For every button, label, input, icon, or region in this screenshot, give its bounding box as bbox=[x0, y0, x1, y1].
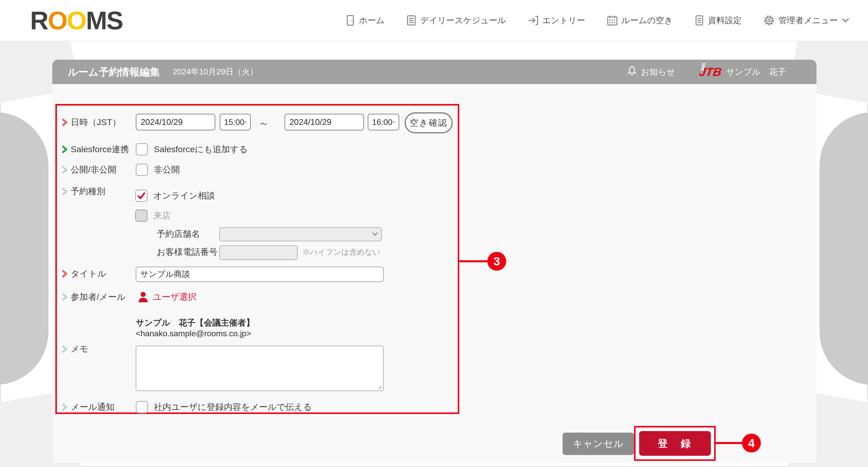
rooms-logo[interactable]: ROOMS bbox=[30, 8, 123, 33]
availability-check-button[interactable]: 空き確認 bbox=[405, 112, 453, 133]
owner-email: <hanako.sample@rooms.co.jp> bbox=[136, 329, 251, 338]
salesforce-label: Salesforce連携 bbox=[62, 144, 129, 155]
header-right: お知らせ JTB サンプル 花子 bbox=[627, 66, 786, 78]
annotation-badge-step4: 4 bbox=[742, 434, 761, 453]
visibility-label: 公開/非公開 bbox=[62, 164, 116, 175]
logo-letter: O bbox=[67, 6, 86, 35]
submit-button[interactable]: 登 録 bbox=[639, 431, 711, 456]
user-select-button[interactable]: ユーザ選択 bbox=[137, 291, 197, 303]
phone-note: ※ハイフンは含めない bbox=[302, 246, 380, 258]
logo-letter: O bbox=[48, 6, 67, 35]
required-arrow-icon bbox=[62, 270, 68, 277]
datetime-separator: ～ bbox=[258, 116, 269, 131]
document-icon bbox=[694, 15, 705, 26]
door-icon bbox=[345, 15, 355, 26]
decor-blob-right bbox=[819, 112, 868, 385]
salesforce-arrow-icon bbox=[62, 145, 68, 153]
person-icon bbox=[137, 291, 149, 303]
bell-icon bbox=[627, 66, 637, 78]
reservation-type-label: 予約種別 bbox=[62, 186, 105, 197]
sign-in-icon bbox=[527, 15, 538, 26]
optional-arrow-icon bbox=[62, 345, 68, 353]
chevron-down-icon bbox=[841, 17, 849, 24]
chevron-down-icon bbox=[372, 232, 378, 237]
optional-arrow-icon bbox=[62, 403, 68, 411]
memo-textarea[interactable] bbox=[136, 346, 384, 391]
nav-item-label: 管理者メニュー bbox=[778, 15, 838, 26]
chevron-down-icon bbox=[393, 120, 396, 124]
page-date: 2024年10月29日（火） bbox=[173, 66, 258, 77]
annotation-line-step4 bbox=[716, 442, 744, 444]
start-date-input[interactable] bbox=[136, 114, 215, 131]
user-account[interactable]: JTB サンプル 花子 bbox=[699, 66, 786, 78]
cancel-button[interactable]: キャンセル bbox=[563, 433, 634, 455]
annotation-badge-step3: 3 bbox=[487, 252, 506, 271]
title-label: タイトル bbox=[62, 268, 106, 279]
decor-blob-left bbox=[0, 112, 49, 385]
check-icon bbox=[136, 191, 147, 201]
nav-item-entry[interactable]: エントリー bbox=[527, 15, 585, 26]
memo-label: メモ bbox=[62, 343, 89, 355]
end-date-input[interactable] bbox=[284, 114, 364, 131]
mail-notice-checkbox[interactable] bbox=[136, 401, 148, 413]
nav-item-label: ルームの空き bbox=[622, 15, 673, 26]
salesforce-checkbox[interactable] bbox=[136, 143, 148, 156]
nav-item-daily-schedule[interactable]: デイリースケジュール bbox=[406, 15, 506, 26]
online-consult-label: オンライン相談 bbox=[153, 190, 215, 202]
mail-notice-label: メール通知 bbox=[62, 401, 115, 413]
page-header: ルーム予約情報編集 2024年10月29日（火） お知らせ JTB サンプル 花… bbox=[52, 60, 816, 84]
page-title: ルーム予約情報編集 bbox=[68, 65, 160, 79]
nav-item-admin-menu[interactable]: 管理者メニュー bbox=[763, 14, 849, 26]
nav-item-label: 資料設定 bbox=[708, 15, 742, 26]
participants-label: 参加者/メール bbox=[62, 291, 126, 303]
logo-letter: R bbox=[30, 6, 48, 35]
reservation-form: 日時（JST） 15:00 ～ 16:00 空き確認 Salesforce連携 … bbox=[55, 104, 459, 414]
nav-item-label: デイリースケジュール bbox=[420, 15, 506, 26]
optional-arrow-icon bbox=[62, 293, 68, 301]
optional-arrow-icon bbox=[62, 166, 68, 174]
nav-item-room-availability[interactable]: ルームの空き bbox=[607, 15, 673, 26]
online-consult-checkbox[interactable] bbox=[135, 190, 148, 202]
title-input[interactable] bbox=[136, 267, 384, 282]
private-checkbox[interactable] bbox=[136, 164, 148, 176]
salesforce-checkbox-label: Salesforceにも追加する bbox=[154, 143, 248, 156]
nav-item-document-settings[interactable]: 資料設定 bbox=[694, 15, 742, 26]
top-nav: ROOMS ホーム デイリースケジュール エントリー ルームの空き 資料設定 bbox=[0, 0, 868, 41]
nav-items: ホーム デイリースケジュール エントリー ルームの空き 資料設定 管理者メニュー bbox=[345, 14, 849, 26]
visit-checkbox[interactable] bbox=[135, 209, 148, 222]
nav-item-label: ホーム bbox=[359, 15, 385, 26]
optional-arrow-icon bbox=[62, 188, 68, 195]
mail-notice-checkbox-label: 社内ユーザに登録内容をメールで伝える bbox=[154, 401, 312, 413]
logo-letter: MS bbox=[86, 6, 123, 35]
list-icon bbox=[406, 15, 417, 26]
visit-label: 来店 bbox=[153, 209, 171, 222]
end-time-select[interactable]: 16:00 bbox=[368, 114, 399, 131]
user-name: サンプル 花子 bbox=[726, 66, 786, 78]
datetime-label: 日時（JST） bbox=[62, 117, 121, 128]
jtb-logo: JTB bbox=[699, 66, 722, 78]
annotation-line-step3 bbox=[459, 260, 489, 262]
notifications-label: お知らせ bbox=[641, 66, 675, 78]
nav-item-label: エントリー bbox=[542, 15, 585, 26]
gear-icon bbox=[763, 14, 775, 26]
start-time-select[interactable]: 15:00 bbox=[220, 114, 251, 131]
store-name-select[interactable] bbox=[219, 227, 382, 241]
store-name-label: 予約店舗名 bbox=[157, 228, 200, 240]
customer-phone-input[interactable] bbox=[219, 245, 298, 260]
calendar-icon bbox=[607, 15, 618, 26]
page: ROOMS ホーム デイリースケジュール エントリー ルームの空き 資料設定 bbox=[0, 0, 868, 467]
customer-phone-label: お客様電話番号 bbox=[157, 246, 218, 258]
private-checkbox-label: 非公開 bbox=[154, 164, 180, 176]
nav-item-home[interactable]: ホーム bbox=[345, 15, 385, 26]
notifications-button[interactable]: お知らせ bbox=[627, 66, 675, 78]
owner-name: サンプル 花子【会議主催者】 bbox=[136, 317, 254, 329]
memo-field-wrap bbox=[136, 346, 384, 391]
chevron-down-icon bbox=[244, 120, 247, 124]
required-arrow-icon bbox=[62, 119, 68, 126]
